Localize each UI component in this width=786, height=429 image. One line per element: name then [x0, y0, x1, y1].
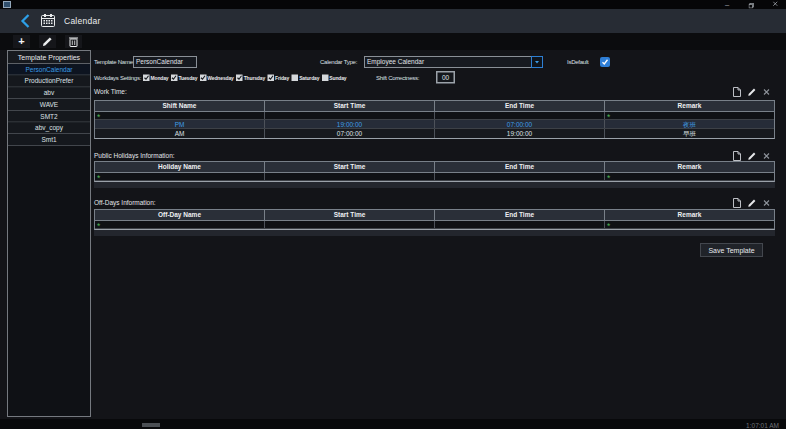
template-name-input[interactable]: PersonCalendar: [133, 56, 197, 68]
checkbox-icon[interactable]: [322, 74, 329, 81]
table-cell[interactable]: 19:00:00: [265, 120, 435, 128]
sidebar-item-Smt1[interactable]: Smt1: [8, 134, 90, 146]
table-header-row: Off-Day NameStart TimeEnd TimeRemark: [95, 210, 774, 221]
isdefault-checkbox[interactable]: [600, 57, 610, 67]
shift-correctness-input[interactable]: 00: [436, 71, 455, 84]
status-clock: 1:07:01 AM: [746, 422, 779, 429]
app-window: – Calendar +: [0, 0, 786, 429]
edit-icon[interactable]: [748, 88, 757, 97]
column-header[interactable]: Start Time: [265, 162, 435, 172]
column-header[interactable]: End Time: [435, 101, 605, 111]
new-row[interactable]: **: [95, 221, 774, 229]
sidebar-item-SMT2[interactable]: SMT2: [8, 111, 90, 123]
table-header-row: Holiday NameStart TimeEnd TimeRemark: [95, 162, 774, 173]
edit-icon[interactable]: [748, 152, 757, 161]
section-label: Off-Days Information:: [94, 197, 156, 208]
checkbox-icon[interactable]: [236, 74, 243, 81]
checkbox-icon[interactable]: [292, 74, 299, 81]
add-button[interactable]: +: [13, 35, 30, 48]
workdays-group: MondayTuesdayWednesdayThursdayFridaySatu…: [143, 72, 347, 83]
sidebar-item-PersonCalendar[interactable]: PersonCalendar: [8, 64, 90, 76]
workdays-settings-label: Workdays Settings:: [94, 72, 141, 84]
column-header[interactable]: Remark: [605, 101, 774, 111]
sidebar-item-WAVE[interactable]: WAVE: [8, 99, 90, 111]
workday-wednesday[interactable]: Wednesday: [200, 74, 234, 81]
column-header[interactable]: End Time: [435, 162, 605, 172]
maximize-button[interactable]: [745, 0, 757, 9]
new-row[interactable]: **: [95, 173, 774, 181]
template-list-header: Template Properties: [8, 51, 90, 64]
work-time-table: Shift NameStart TimeEnd TimeRemark**PM19…: [94, 100, 775, 139]
workday-friday[interactable]: Friday: [268, 74, 290, 81]
workday-saturday[interactable]: Saturday: [292, 74, 320, 81]
close-icon[interactable]: [763, 89, 770, 96]
page-title: Calendar: [64, 9, 101, 33]
new-row-marker: *: [607, 113, 610, 122]
calendar-icon: [41, 14, 55, 29]
table-row[interactable]: PM19:00:0007:00:00夜班: [95, 120, 774, 129]
column-header[interactable]: Start Time: [265, 210, 435, 220]
column-header[interactable]: Remark: [605, 162, 774, 172]
status-bar: 1:07:01 AM: [0, 419, 786, 429]
close-icon[interactable]: [763, 153, 770, 160]
sidebar-item-ProductionPrefer[interactable]: ProductionPrefer: [8, 76, 90, 88]
sidebar-item-abv[interactable]: abv: [8, 87, 90, 99]
export-icon[interactable]: [733, 198, 741, 208]
save-template-button[interactable]: Save Template: [700, 243, 763, 257]
new-row-marker: *: [97, 113, 100, 122]
checkbox-icon[interactable]: [200, 74, 207, 81]
edit-icon[interactable]: [748, 199, 757, 208]
table-cell[interactable]: 夜班: [605, 120, 774, 128]
checkbox-icon[interactable]: [268, 74, 275, 81]
new-row[interactable]: **: [95, 112, 774, 120]
workday-tuesday[interactable]: Tuesday: [171, 74, 197, 81]
workday-thursday[interactable]: Thursday: [236, 74, 265, 81]
table-cell[interactable]: 19:00:00: [435, 129, 605, 138]
column-header[interactable]: Remark: [605, 210, 774, 220]
back-button[interactable]: [19, 13, 31, 29]
title-bar: –: [0, 0, 786, 9]
toolbar: +: [0, 33, 786, 50]
grid-filler: [94, 230, 775, 236]
section-label: Public Holidays Information:: [94, 150, 175, 161]
export-icon[interactable]: [733, 151, 741, 161]
shift-correctness-label: Shift Correctness:: [376, 72, 419, 84]
chevron-down-icon[interactable]: [531, 56, 543, 68]
grid-filler: [94, 182, 775, 188]
calendar-type-label: Calendar Type:: [320, 56, 357, 68]
table-cell[interactable]: PM: [95, 120, 265, 128]
close-button[interactable]: [769, 0, 781, 9]
public-holidays-table: Holiday NameStart TimeEnd TimeRemark**: [94, 161, 775, 182]
delete-button[interactable]: [65, 35, 82, 48]
table-cell[interactable]: AM: [95, 129, 265, 138]
close-icon[interactable]: [763, 200, 770, 207]
edit-button[interactable]: [39, 35, 56, 48]
workday-sunday[interactable]: Sunday: [322, 74, 347, 81]
calendar-type-select[interactable]: Employee Calendar: [364, 56, 543, 68]
calendar-type-value: Employee Calendar: [367, 58, 424, 66]
table-cell[interactable]: 早班: [605, 129, 774, 138]
column-header[interactable]: Off-Day Name: [95, 210, 265, 220]
checkbox-icon[interactable]: [143, 74, 150, 81]
template-name-label: Template Name:: [94, 56, 134, 68]
isdefault-label: IsDefault: [567, 56, 588, 68]
column-header[interactable]: Start Time: [265, 101, 435, 111]
table-cell[interactable]: 07:00:00: [435, 120, 605, 128]
taskbar-tab[interactable]: [142, 423, 160, 427]
template-list-panel: Template Properties PersonCalendarProduc…: [7, 50, 91, 417]
section-label: Work Time:: [94, 86, 127, 97]
export-icon[interactable]: [733, 87, 741, 97]
app-icon: [3, 1, 11, 8]
column-header[interactable]: Holiday Name: [95, 162, 265, 172]
minimize-button[interactable]: –: [721, 0, 733, 9]
header-bar: Calendar: [0, 9, 786, 33]
column-header[interactable]: End Time: [435, 210, 605, 220]
table-cell[interactable]: 07:00:00: [265, 129, 435, 138]
column-header[interactable]: Shift Name: [95, 101, 265, 111]
off-days-table: Off-Day NameStart TimeEnd TimeRemark**: [94, 209, 775, 230]
sidebar-item-abv_copy[interactable]: abv_copy: [8, 122, 90, 134]
checkbox-icon[interactable]: [171, 74, 178, 81]
workday-monday[interactable]: Monday: [143, 74, 168, 81]
sidebar-list: PersonCalendarProductionPreferabvWAVESMT…: [8, 64, 90, 146]
table-row[interactable]: AM07:00:0019:00:00早班: [95, 129, 774, 138]
